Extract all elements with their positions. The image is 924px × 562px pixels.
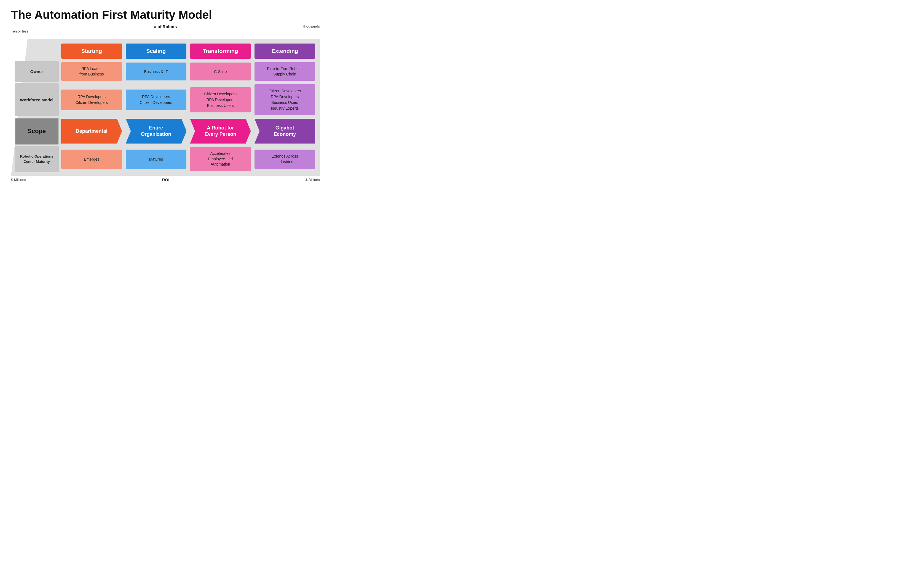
roc-scaling-text: Matures	[149, 157, 163, 161]
owner-transforming: C-Suite	[190, 63, 251, 81]
workforce-extending-cell: Citizen Developers RPA Developers Busine…	[254, 83, 316, 116]
header-row: Starting Scaling Transforming Extending	[15, 42, 316, 60]
roi-axis-container: $ Millions ROI $ Billions	[11, 178, 320, 182]
billions-label: $ Billions	[306, 178, 320, 182]
roc-scaling: Matures	[126, 149, 187, 169]
scope-transforming-cell: A Robot for Every Person	[189, 118, 252, 145]
workforce-starting-text: RPA Developers Citizen Developers	[75, 94, 108, 106]
workforce-transforming-cell: Citizen Developers RPA Developers Busine…	[189, 83, 252, 116]
ten-or-less-label: Ten or less	[11, 29, 28, 33]
roc-extending-cell: Extends Across Industries	[254, 146, 316, 172]
scope-starting-wrapper: Departmental	[61, 119, 122, 143]
roc-transforming-cell: Accelerates Employee-Led Automation	[189, 146, 252, 172]
scope-scaling-wrapper: Entire Organization	[126, 119, 187, 143]
roc-transforming: Accelerates Employee-Led Automation	[190, 147, 251, 171]
owner-scaling-text: Business & IT	[144, 69, 168, 74]
workforce-extending: Citizen Developers RPA Developers Busine…	[255, 84, 315, 115]
scope-starting-cell: Departmental	[60, 118, 123, 145]
workforce-row-label: Workforce Model	[15, 83, 59, 116]
scope-extending-cell: Gigabot Economy	[254, 118, 316, 145]
scope-transforming-wrapper: A Robot for Every Person	[190, 119, 251, 143]
header-scaling-label: Scaling	[146, 48, 166, 54]
workforce-scaling-cell: RPA Developers Citizen Developers	[124, 83, 188, 116]
scope-row-label: Scope	[15, 118, 59, 145]
owner-transforming-cell: C-Suite	[189, 61, 252, 82]
millions-label: $ Millions	[11, 178, 26, 182]
owner-starting-text: RPA Leader from Business	[80, 66, 104, 77]
workforce-row: Workforce Model RPA Developers Citizen D…	[15, 83, 316, 116]
workforce-extending-text: Citizen Developers RPA Developers Busine…	[268, 88, 301, 111]
owner-scaling-cell: Business & IT	[124, 61, 188, 82]
main-table: Starting Scaling Transforming Extending	[13, 41, 318, 173]
owner-extending: Firm-to-Firm Robotic Supply Chain	[255, 62, 315, 81]
roc-extending-text: Extends Across Industries	[272, 154, 298, 164]
header-starting-cell: Starting	[60, 42, 123, 60]
header-transforming: Transforming	[190, 43, 251, 59]
header-scaling-cell: Scaling	[124, 42, 188, 60]
header-extending: Extending	[255, 43, 315, 59]
workforce-starting-cell: RPA Developers Citizen Developers	[60, 83, 123, 116]
owner-starting: RPA Leader from Business	[61, 62, 122, 81]
roc-scaling-cell: Matures	[124, 146, 188, 172]
scope-extending-text: Gigabot Economy	[273, 125, 296, 138]
owner-transforming-text: C-Suite	[214, 69, 227, 74]
scope-scaling-text: Entire Organization	[141, 125, 171, 138]
workforce-starting: RPA Developers Citizen Developers	[61, 90, 122, 110]
header-starting: Starting	[61, 43, 122, 59]
owner-row-label: Owner	[15, 61, 59, 82]
workforce-scaling-text: RPA Developers Citizen Developers	[140, 94, 172, 106]
roc-starting: Emerges	[61, 149, 122, 169]
scope-scaling-cell: Entire Organization	[124, 118, 188, 145]
owner-scaling: Business & IT	[126, 63, 187, 81]
header-scaling: Scaling	[126, 43, 187, 59]
scope-starting-text: Departmental	[76, 129, 108, 134]
roi-axis-label: ROI	[162, 178, 170, 182]
workforce-transforming-text: Citizen Developers RPA Developers Busine…	[204, 91, 237, 109]
header-transforming-cell: Transforming	[189, 42, 252, 60]
workforce-transforming: Citizen Developers RPA Developers Busine…	[190, 87, 251, 112]
scope-transforming-text: A Robot for Every Person	[205, 125, 236, 138]
scope-row: Scope Departmental Entire	[15, 118, 316, 145]
header-extending-label: Extending	[272, 48, 298, 54]
header-transforming-label: Transforming	[202, 48, 238, 54]
thousands-label: Thousands	[302, 24, 320, 28]
roc-extending: Extends Across Industries	[255, 149, 315, 169]
owner-row: Owner RPA Leader from Business Business …	[15, 61, 316, 82]
scope-extending-wrapper: Gigabot Economy	[255, 119, 315, 143]
workforce-scaling: RPA Developers Citizen Developers	[126, 90, 187, 110]
header-empty	[15, 42, 59, 60]
robots-axis-label: # of Robots	[11, 24, 320, 29]
owner-extending-cell: Firm-to-Firm Robotic Supply Chain	[254, 61, 316, 82]
owner-extending-text: Firm-to-Firm Robotic Supply Chain	[267, 66, 303, 77]
roc-starting-cell: Emerges	[60, 146, 123, 172]
header-starting-label: Starting	[81, 48, 102, 54]
roc-starting-text: Emerges	[84, 157, 99, 161]
roc-row-label: Robotic Operations Center Maturity	[15, 146, 59, 172]
page-title: The Automation First Maturity Model	[11, 8, 320, 21]
axis-container: # of Robots Thousands Ten or less	[11, 24, 320, 29]
header-extending-cell: Extending	[254, 42, 316, 60]
roc-row: Robotic Operations Center Maturity Emerg…	[15, 146, 316, 172]
chart-container: Starting Scaling Transforming Extending	[11, 39, 320, 176]
owner-starting-cell: RPA Leader from Business	[60, 61, 123, 82]
roc-transforming-text: Accelerates Employee-Led Automation	[208, 151, 233, 167]
